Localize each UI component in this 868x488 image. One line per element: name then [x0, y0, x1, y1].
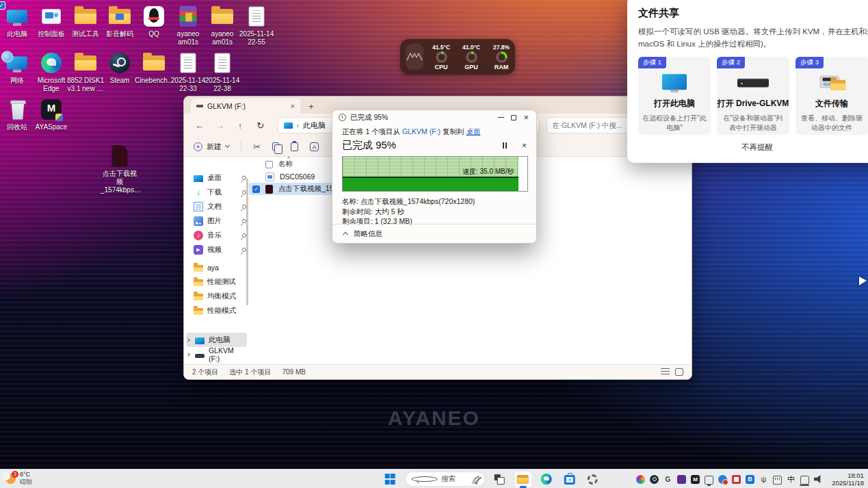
close-button[interactable]: ×: [523, 114, 529, 121]
sidebar-item-videos[interactable]: ▶视频: [184, 242, 249, 257]
display-tray-icon[interactable]: [705, 476, 713, 485]
sidebar-item-glkvm-drive[interactable]: GLKVM (F:): [184, 347, 249, 361]
details-view-button[interactable]: [661, 368, 670, 376]
source-link[interactable]: GLKVM (F:): [402, 127, 440, 136]
chevron-icon: [186, 338, 190, 342]
control-panel-icon: [42, 9, 61, 24]
sidebar-item-folder[interactable]: 性能测试: [184, 274, 249, 289]
minimize-button[interactable]: [498, 117, 504, 118]
sidebar-item-pictures[interactable]: 图片: [184, 214, 249, 228]
desktop-icon-folder[interactable]: 测试工具: [66, 4, 105, 38]
step-card-1[interactable]: 步骤 1 打开此电脑 在远程设备上打开"此电脑": [638, 57, 711, 135]
ayaspace-tray-icon[interactable]: M: [691, 475, 700, 484]
pause-button[interactable]: [503, 142, 507, 149]
step-badge: 步骤 3: [795, 57, 824, 68]
desktop-icon-folder[interactable]: 影音解码: [101, 4, 139, 38]
documents-icon: [194, 202, 203, 211]
sidebar-item-folder[interactable]: aya: [184, 260, 249, 274]
start-button[interactable]: [381, 471, 399, 488]
usb-tray-icon[interactable]: ψ: [759, 475, 768, 484]
sidebar-scrollbar[interactable]: [246, 179, 248, 305]
sidebar-item-music[interactable]: ♪音乐: [184, 228, 249, 242]
steam-tray-icon[interactable]: [650, 475, 659, 484]
task-view-button[interactable]: [490, 471, 508, 488]
sidebar-item-documents[interactable]: 文档: [184, 199, 249, 214]
desktop-icon-folder[interactable]: 8852 DISK1 v3.1 new …: [66, 51, 105, 93]
ayaspace-icon: [41, 99, 62, 120]
desktop-icon-edge[interactable]: Microsoft Edge: [32, 51, 70, 93]
edge-taskbar-button[interactable]: [537, 471, 555, 488]
pictures-icon: [194, 216, 203, 226]
desktop-icon-folder[interactable]: ayaneo am01s: [203, 4, 241, 47]
copy-button[interactable]: [272, 142, 279, 151]
app-red-tray-icon[interactable]: [732, 475, 741, 484]
desktop-icon-network[interactable]: 网络: [0, 51, 36, 85]
taskbar-search-box[interactable]: 搜索: [404, 472, 485, 487]
sidebar-item-folder[interactable]: 均衡模式: [184, 289, 249, 303]
clock-time: 18:01: [832, 472, 864, 479]
desktop-screen: AYANEO ✓ 此电脑 控制面板 测试工具 影音解码 QQ ayaneo am…: [0, 0, 868, 488]
dialog-title-bar[interactable]: 已完成 95% ×: [332, 110, 536, 125]
up-button[interactable]: ↑: [231, 120, 249, 131]
back-button[interactable]: ←: [191, 120, 209, 131]
desktop-icon-video-file[interactable]: 点击下载视频_1574kbps…: [101, 144, 139, 194]
new-tab-button[interactable]: +: [308, 99, 314, 114]
dismiss-link[interactable]: 不再提醒: [638, 142, 868, 153]
sidebar-item-desktop[interactable]: 桌面: [184, 170, 249, 185]
weather-widget[interactable]: 3 6°C 晴朗: [5, 471, 32, 486]
folder-icon: [211, 9, 233, 24]
chevron-right-icon: ›: [297, 122, 299, 129]
file-explorer-taskbar-button[interactable]: [514, 471, 531, 488]
folder-icon: [143, 55, 165, 70]
step-card-3[interactable]: 步骤 3 GLKVM 文件传输 查看、移动、删除驱动器中的文件: [795, 57, 868, 135]
explorer-tab[interactable]: GLKVM (F:) ×: [191, 99, 300, 114]
fewer-details-toggle[interactable]: 简略信息: [332, 224, 536, 243]
wallpaper-watermark: AYANEO: [388, 407, 480, 430]
sidebar-item-folder[interactable]: 性能模式: [184, 303, 249, 318]
time-remaining-line: 剩余时间: 大约 5 秒: [342, 207, 527, 217]
refresh-button[interactable]: ↻: [252, 120, 269, 131]
taskbar: 3 6°C 晴朗 搜索: [0, 469, 868, 488]
this-pc-icon: [195, 337, 205, 344]
maximize-button[interactable]: [511, 115, 516, 120]
thumbnails-view-button[interactable]: [675, 368, 683, 376]
rename-button[interactable]: A: [310, 142, 319, 151]
store-taskbar-button[interactable]: [560, 471, 578, 488]
app-tray-icon[interactable]: [677, 475, 686, 484]
row-checkbox-checked[interactable]: ✓: [252, 185, 260, 193]
sidebar-item-this-pc[interactable]: 此电脑: [186, 333, 247, 347]
tab-close-icon[interactable]: ×: [291, 102, 295, 110]
desktop-icon-text-file[interactable]: 2025-11-14 22-38: [203, 51, 241, 93]
desktop-icon-archive[interactable]: ayaneo am01s: [169, 4, 207, 47]
paste-button[interactable]: [291, 142, 298, 151]
forward-button[interactable]: →: [211, 120, 229, 131]
graphics-tray-icon[interactable]: [636, 475, 645, 484]
new-button[interactable]: 新建: [194, 142, 229, 152]
gamefirst-tray-icon[interactable]: G: [663, 475, 672, 484]
volume-icon[interactable]: [814, 475, 823, 484]
step-card-2[interactable]: 步骤 2 打开 Drive-GLKVM 在"设备和驱动器"列表中打开驱动器: [717, 57, 789, 135]
desktop-icon-qq[interactable]: QQ: [135, 4, 173, 38]
desktop-icon-ayaspace[interactable]: AYASpace: [32, 97, 70, 131]
desktop-icon-steam[interactable]: Steam: [101, 51, 139, 85]
desktop-icon-text-file[interactable]: 2025-11-14 22-55: [237, 4, 276, 47]
desktop-icon-control-panel[interactable]: 控制面板: [32, 4, 70, 38]
selected-checkbox[interactable]: ✓: [0, 1, 5, 10]
desktop-icon-this-pc[interactable]: ✓ 此电脑: [0, 4, 36, 38]
laptop-tray-icon[interactable]: [800, 476, 809, 485]
cancel-button[interactable]: ×: [522, 141, 527, 151]
taskbar-clock[interactable]: 18:01 2025/11/18: [832, 472, 864, 487]
ime-indicator[interactable]: 中: [787, 475, 795, 484]
destination-link[interactable]: 桌面: [466, 127, 480, 136]
bluetooth-tray-icon[interactable]: B: [746, 475, 754, 484]
settings-taskbar-button[interactable]: [583, 471, 601, 488]
select-all-checkbox[interactable]: [265, 161, 273, 168]
browser-alert-tray-icon[interactable]: [718, 475, 727, 484]
cut-button[interactable]: ✂: [253, 142, 261, 152]
touch-keyboard-tray-icon[interactable]: [773, 476, 782, 485]
desktop-icon-folder[interactable]: Cinebench…: [135, 51, 173, 85]
sidebar-item-downloads[interactable]: ↓下载: [184, 185, 249, 199]
desktop-icon-text-file[interactable]: 2025-11-14 22-33: [169, 51, 207, 93]
gpu-ring: [466, 51, 477, 63]
desktop-icon-recycle-bin[interactable]: 回收站: [0, 97, 36, 131]
